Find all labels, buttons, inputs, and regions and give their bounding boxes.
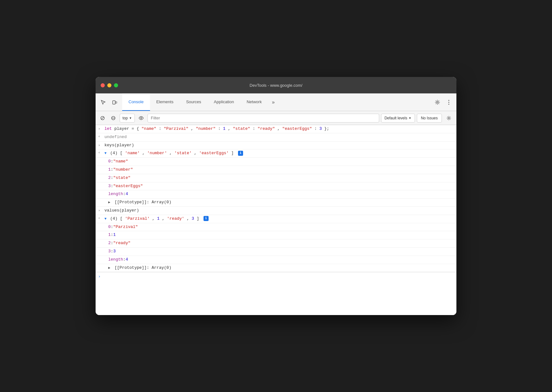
back-arrow-icon: ‹	[98, 134, 103, 140]
list-item: 0 : "name"	[96, 158, 456, 166]
svg-point-11	[448, 117, 449, 119]
array-header: (4) [ 'Parzival' , 1 , 'ready' , 3 ] i	[110, 216, 209, 222]
proto-expand-icon[interactable]: ▶	[108, 199, 113, 205]
array-header: (4) [ 'name' , 'number' , 'state' , 'eas…	[110, 150, 243, 157]
device-toolbar-icon[interactable]	[110, 97, 120, 107]
context-selector[interactable]: top ▼	[120, 114, 135, 123]
window-title: DevTools - www.google.com/	[250, 83, 303, 88]
tab-application[interactable]: Application	[208, 93, 241, 111]
list-item: › let player = { "name" : "Parzival" , "…	[96, 125, 456, 133]
list-item: › values(player)	[96, 207, 456, 215]
back-arrow-icon: ‹	[98, 150, 103, 156]
info-badge[interactable]: i	[238, 151, 243, 156]
minimize-button[interactable]	[107, 83, 111, 87]
proto-expand-icon[interactable]: ▶	[108, 265, 113, 271]
toolbar-left	[98, 93, 120, 111]
info-badge[interactable]: i	[204, 216, 209, 221]
clear-console-button[interactable]	[98, 114, 107, 123]
inspect-element-icon[interactable]	[98, 97, 108, 107]
svg-point-4	[448, 102, 449, 103]
console-settings-button[interactable]	[444, 113, 454, 123]
svg-rect-0	[113, 101, 115, 104]
maximize-button[interactable]	[114, 83, 118, 87]
svg-point-2	[437, 101, 438, 103]
list-item: ▶ [[Prototype]]: Array(0)	[96, 199, 456, 207]
list-item: ▶ [[Prototype]]: Array(0)	[96, 264, 456, 272]
tab-console[interactable]: Console	[122, 93, 150, 111]
list-item: 3 : 3	[96, 248, 456, 256]
tab-elements[interactable]: Elements	[150, 93, 180, 111]
filter-input[interactable]	[147, 114, 379, 123]
tab-network[interactable]: Network	[240, 93, 268, 111]
console-input-area: ›	[96, 272, 456, 281]
settings-button[interactable]	[432, 97, 442, 107]
list-item: 1 : "number"	[96, 166, 456, 174]
back-arrow-icon: ‹	[98, 216, 103, 221]
list-item: 0 : "Parzival"	[96, 223, 456, 231]
input-prompt-icon: ›	[98, 274, 101, 280]
list-item: length : 4	[96, 190, 456, 199]
console-code: let player = { "name" : "Parzival" , "nu…	[104, 126, 329, 132]
console-output: › let player = { "name" : "Parzival" , "…	[96, 125, 456, 315]
levels-chevron-icon: ▼	[409, 117, 411, 120]
chevron-down-icon: ▼	[129, 117, 132, 120]
list-item: length : 4	[96, 256, 456, 264]
traffic-lights	[101, 83, 118, 87]
expand-arrow-icon[interactable]: ›	[98, 207, 103, 214]
list-item: 2 : "state"	[96, 174, 456, 182]
levels-dropdown[interactable]: Default levels ▼	[381, 114, 415, 123]
svg-point-10	[141, 117, 142, 119]
tab-sources[interactable]: Sources	[180, 93, 208, 111]
list-item: ‹ ▼ (4) [ 'Parzival' , 1 , 'ready' , 3 ]…	[96, 215, 456, 223]
eye-icon[interactable]	[137, 114, 146, 123]
issues-button[interactable]: No Issues	[417, 114, 442, 123]
collapse-icon[interactable]: ▼	[104, 216, 109, 222]
list-item: 1 : 1	[96, 231, 456, 239]
list-item: › keys(player)	[96, 142, 456, 150]
close-button[interactable]	[101, 83, 105, 87]
svg-line-7	[101, 117, 104, 119]
list-item: 2 : "ready"	[96, 239, 456, 248]
customize-button[interactable]	[444, 97, 454, 107]
list-item: ‹ undefined	[96, 133, 456, 142]
tab-bar: Console Elements Sources Application Net…	[96, 93, 456, 111]
svg-rect-1	[116, 102, 117, 103]
title-bar: DevTools - www.google.com/	[96, 77, 456, 93]
toolbar-right	[432, 93, 454, 111]
list-item: ‹ ▼ (4) [ 'name' , 'number' , 'state' , …	[96, 149, 456, 158]
collapse-icon[interactable]: ▼	[104, 150, 109, 156]
console-code: keys(player)	[104, 142, 134, 149]
svg-point-3	[448, 100, 449, 101]
svg-point-5	[448, 104, 449, 104]
devtools-window: DevTools - www.google.com/ Console Eleme	[96, 77, 456, 315]
block-icon[interactable]	[109, 114, 118, 123]
list-item: 3 : "easterEggs"	[96, 182, 456, 191]
console-toolbar: top ▼ Default levels ▼ No Issues	[96, 111, 456, 125]
console-input[interactable]	[103, 275, 454, 279]
tab-more[interactable]: »	[268, 93, 279, 111]
expand-arrow-icon[interactable]: ›	[98, 126, 103, 132]
expand-arrow-icon[interactable]: ›	[98, 142, 103, 149]
tabs: Console Elements Sources Application Net…	[122, 93, 432, 111]
console-result: undefined	[104, 134, 127, 141]
console-code: values(player)	[104, 207, 139, 214]
